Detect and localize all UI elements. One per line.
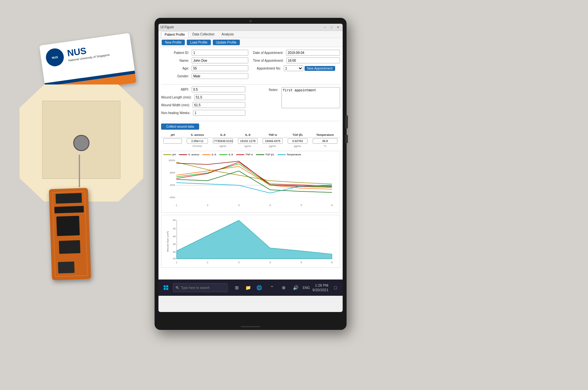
svg-text:6: 6 bbox=[331, 204, 333, 207]
abpi-input[interactable] bbox=[192, 86, 245, 92]
col-il6: IL-6 bbox=[211, 132, 236, 138]
wound-width-row: Wound Width (mm): bbox=[161, 102, 245, 108]
tablet-button-volume[interactable] bbox=[345, 135, 348, 143]
age-label: Age: bbox=[161, 67, 190, 70]
minimize-button[interactable]: ─ bbox=[322, 25, 328, 30]
notification-icon[interactable]: □ bbox=[331, 283, 340, 292]
legend-temp-dot bbox=[278, 154, 286, 155]
non-healing-label: Non-healing Weeks: bbox=[161, 111, 192, 115]
pcb-chip-5 bbox=[58, 262, 75, 274]
tab-patient-profile[interactable]: Patient Profile bbox=[161, 32, 188, 37]
search-placeholder: Type here to search bbox=[181, 286, 210, 290]
tab-analysis[interactable]: Analysis bbox=[218, 32, 237, 37]
appt-no-label: Appointment No: bbox=[253, 67, 282, 70]
chevron-up-icon[interactable]: ⌃ bbox=[267, 283, 277, 292]
svg-text:35: 35 bbox=[173, 243, 176, 246]
col-temp: Temperature bbox=[310, 132, 340, 138]
new-appointment-button[interactable]: New Appointment bbox=[305, 66, 335, 71]
time-input[interactable] bbox=[286, 58, 340, 63]
svg-text:30: 30 bbox=[173, 251, 176, 254]
col-il8: IL-8 bbox=[235, 132, 260, 138]
speaker-icon[interactable]: 🔊 bbox=[291, 283, 300, 292]
saureus-value-input[interactable] bbox=[187, 138, 208, 144]
biomarker-svg-chart: 100% 60% 20% -20% 1 2 bbox=[163, 157, 338, 209]
wound-width-input[interactable] bbox=[193, 102, 245, 108]
svg-marker-30 bbox=[177, 220, 332, 259]
legend-tnfa-label: TNF-α bbox=[245, 153, 253, 156]
tablet-button-power[interactable] bbox=[345, 115, 348, 128]
nus-logo: NUS bbox=[45, 47, 65, 67]
svg-text:Wound Size (cm²): Wound Size (cm²) bbox=[166, 231, 169, 252]
svg-point-42 bbox=[176, 286, 178, 288]
toolbar: New Profile Load Profile Update Profile bbox=[158, 38, 343, 47]
date-input[interactable] bbox=[286, 50, 340, 56]
taskbar-search-box[interactable]: Type here to search bbox=[173, 283, 228, 292]
tgfb1-unit: pg/mL bbox=[285, 144, 310, 148]
patient-form: Patient ID: Name: Age: Gender: bbox=[161, 50, 340, 81]
legend-temp: Temperature bbox=[278, 153, 301, 156]
time-row: Time of Appointment: bbox=[253, 58, 340, 63]
tnfa-value-input[interactable] bbox=[263, 138, 283, 144]
legend-ph: pH bbox=[163, 153, 176, 156]
legend-ph-dot bbox=[163, 154, 171, 155]
il6-value-input[interactable] bbox=[213, 138, 233, 144]
tgfb1-value-input[interactable] bbox=[288, 138, 308, 144]
age-row: Age: bbox=[161, 65, 248, 71]
abpi-row: ABPI: bbox=[161, 86, 245, 92]
svg-text:60%: 60% bbox=[170, 171, 175, 174]
legend-tnfa: TNF-α bbox=[236, 153, 253, 156]
name-row: Name: bbox=[161, 58, 248, 63]
legend-il6: IL-6 bbox=[202, 153, 216, 156]
collect-wound-data-button[interactable]: Collect wound data bbox=[161, 124, 199, 130]
patient-id-label: Patient ID: bbox=[161, 51, 190, 55]
wound-patch bbox=[20, 84, 143, 202]
network-icon[interactable]: ⊕ bbox=[279, 283, 288, 292]
non-healing-input[interactable] bbox=[193, 110, 245, 116]
name-input[interactable] bbox=[192, 58, 248, 63]
file-explorer-icon[interactable]: 📁 bbox=[243, 283, 253, 292]
wound-length-input[interactable] bbox=[194, 94, 245, 100]
clock-date: 9/20/2021 bbox=[312, 288, 328, 292]
chart-legend: pH S. aureus IL-6 IL-8 bbox=[163, 153, 338, 156]
close-button[interactable]: ✕ bbox=[335, 25, 341, 30]
age-input[interactable] bbox=[192, 65, 248, 71]
temp-value-input[interactable] bbox=[313, 138, 337, 144]
il8-value-input[interactable] bbox=[238, 138, 258, 144]
svg-text:4: 4 bbox=[269, 204, 271, 207]
wound-col: ABPI: Wound Length (mm): Wound Width (mm… bbox=[161, 86, 245, 118]
maximize-button[interactable]: □ bbox=[329, 25, 334, 30]
svg-text:2: 2 bbox=[207, 204, 209, 207]
ph-value-input[interactable] bbox=[163, 138, 182, 144]
clock-time: 1:28 PM bbox=[312, 283, 328, 288]
svg-text:5: 5 bbox=[301, 261, 302, 264]
notes-textarea[interactable]: first appointment bbox=[281, 87, 340, 108]
patient-id-input[interactable] bbox=[192, 50, 248, 56]
legend-il8-dot bbox=[219, 154, 227, 155]
content-area: Patient ID: Name: Age: Gender: bbox=[158, 47, 343, 296]
svg-text:1: 1 bbox=[176, 204, 177, 207]
wound-form: ABPI: Wound Length (mm): Wound Width (mm… bbox=[161, 86, 340, 118]
svg-text:2: 2 bbox=[207, 261, 209, 264]
biomarker-chart-container: pH S. aureus IL-6 IL-8 bbox=[161, 151, 340, 213]
tab-data-collection[interactable]: Data Collection bbox=[189, 32, 218, 37]
app-window: UI Figure ─ □ ✕ Patient Profile Data Col… bbox=[158, 24, 343, 296]
system-tray: ⌃ ⊕ 🔊 ENG 1:28 PM 9/20/2021 □ bbox=[267, 283, 340, 292]
svg-text:6: 6 bbox=[331, 261, 333, 264]
update-profile-button[interactable]: Update Profile bbox=[213, 40, 240, 45]
wound-patch-connector bbox=[79, 155, 80, 187]
new-profile-button[interactable]: New Profile bbox=[162, 40, 185, 45]
load-profile-button[interactable]: Load Profile bbox=[187, 40, 211, 45]
il8-unit: ng/mL bbox=[235, 144, 260, 148]
appt-no-select[interactable]: 1 bbox=[284, 65, 303, 71]
col-saureus: S. aureus bbox=[184, 132, 210, 138]
gender-label: Gender: bbox=[161, 74, 190, 78]
start-button[interactable] bbox=[161, 282, 171, 293]
svg-text:100%: 100% bbox=[169, 159, 175, 162]
legend-saureus-label: S. aureus bbox=[188, 153, 199, 156]
svg-rect-40 bbox=[164, 288, 166, 290]
task-view-icon[interactable]: ⊞ bbox=[232, 283, 241, 292]
legend-temp-label: Temperature bbox=[287, 153, 301, 156]
svg-text:1: 1 bbox=[176, 261, 178, 264]
gender-input[interactable] bbox=[192, 73, 248, 79]
edge-icon[interactable]: 🌐 bbox=[254, 283, 264, 292]
